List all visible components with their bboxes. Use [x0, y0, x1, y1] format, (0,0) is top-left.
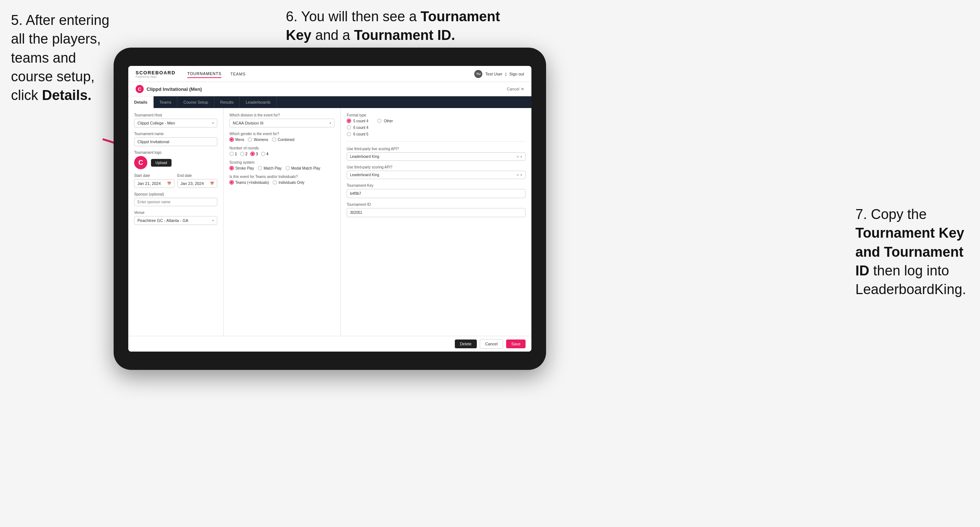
page-title: Clippd Invitational (Men) — [146, 86, 202, 92]
tab-details[interactable]: Details — [128, 96, 154, 108]
date-row: Start date Jan 21, 2024 📅 End date Jan 2… — [134, 174, 217, 188]
rounds-radio-group: 1 2 3 4 — [229, 152, 335, 156]
gender-mens-label: Mens — [235, 138, 244, 142]
left-col: Tournament Host Clippd College - Men ▾ T… — [128, 108, 224, 336]
format-options-container: 5 count 4 6 count 4 6 count 5 — [347, 119, 525, 136]
venue-input[interactable]: Peachtree GC - Atlanta - GA ▾ — [134, 216, 217, 225]
tab-results[interactable]: Results — [215, 96, 240, 108]
teams-plus-individuals[interactable]: Teams (+Individuals) — [229, 180, 269, 184]
scoring-stroke[interactable]: Stroke Play — [229, 166, 254, 170]
cancel-text[interactable]: Cancel — [507, 87, 519, 91]
logo-upload-row: C Upload — [134, 156, 217, 169]
api2-label: Use third-party scoring API? — [347, 165, 525, 169]
radio-medal-icon — [285, 166, 290, 170]
format-group: Format type 5 count 4 6 count 4 — [347, 113, 525, 136]
end-date-value: Jan 23, 2024 — [181, 181, 204, 186]
radio-6count4-icon — [347, 125, 351, 130]
start-date-value: Jan 21, 2024 — [137, 181, 161, 186]
api1-clear-icon[interactable]: ✕ ▾ — [516, 155, 522, 159]
divider-1 — [347, 141, 525, 142]
sign-out-link[interactable]: Sign out — [509, 72, 524, 76]
api1-input[interactable]: Leaderboard King ✕ ▾ — [347, 152, 525, 161]
start-date-group: Start date Jan 21, 2024 📅 — [134, 174, 175, 188]
api2-input[interactable]: Leaderboard King ✕ ▾ — [347, 171, 525, 179]
format-options-left: 5 count 4 6 count 4 6 count 5 — [347, 119, 368, 136]
scoring-match-label: Match Play — [264, 166, 282, 170]
start-date-input[interactable]: Jan 21, 2024 📅 — [134, 179, 175, 188]
format-6count4[interactable]: 6 count 4 — [347, 125, 368, 130]
nav-teams[interactable]: TEAMS — [230, 70, 245, 78]
tournament-key-value: b4f8b7 — [347, 189, 525, 198]
tournament-host-value: Clippd College - Men — [137, 121, 175, 125]
end-date-input[interactable]: Jan 23, 2024 📅 — [177, 179, 218, 188]
api2-clear-icon[interactable]: ✕ ▾ — [516, 173, 522, 177]
tournament-name-input[interactable]: Clippd Invitational — [134, 137, 217, 146]
individuals-only[interactable]: Individuals Only — [273, 180, 305, 184]
scoring-medal-label: Medal Match Play — [291, 166, 320, 170]
page-header-right: Cancel ✕ — [507, 87, 524, 92]
tournament-key-label: Tournament Key — [347, 184, 525, 187]
close-icon[interactable]: ✕ — [521, 87, 524, 92]
delete-button[interactable]: Delete — [455, 340, 477, 348]
radio-mens-icon — [229, 137, 234, 142]
format-options-right: Other — [377, 119, 393, 123]
format-6count5[interactable]: 6 count 5 — [347, 132, 368, 136]
rounds-label: Number of rounds — [229, 146, 335, 150]
division-label: Which division is the event for? — [229, 113, 335, 117]
radio-5count4-icon — [347, 119, 351, 123]
round-3[interactable]: 3 — [250, 152, 258, 156]
format-other-label: Other — [384, 119, 393, 123]
venue-label: Venue — [134, 211, 217, 214]
gender-mens[interactable]: Mens — [229, 137, 244, 142]
radio-round4-icon — [261, 152, 265, 156]
round-1[interactable]: 1 — [229, 152, 237, 156]
middle-col: Which division is the event for? NCAA Di… — [224, 108, 341, 336]
tournament-name-value: Clippd Invitational — [137, 140, 169, 144]
brand-sub: Powered by clippd — [135, 75, 175, 78]
cancel-button[interactable]: Cancel — [480, 339, 503, 349]
api1-value: Leaderboard King — [350, 154, 379, 159]
tournament-logo-label: Tournament logo — [134, 151, 217, 154]
scoring-label: Scoring system — [229, 160, 335, 164]
sponsor-label: Sponsor (optional) — [134, 192, 217, 196]
gender-womens[interactable]: Womens — [248, 137, 268, 142]
end-date-group: End date Jan 23, 2024 📅 — [177, 174, 218, 188]
c-logo: C — [135, 85, 144, 93]
sponsor-group: Sponsor (optional) — [134, 192, 217, 206]
format-other[interactable]: Other — [377, 119, 393, 123]
page-header-left: C Clippd Invitational (Men) — [135, 85, 202, 93]
scoring-medal[interactable]: Medal Match Play — [285, 166, 320, 170]
round-1-label: 1 — [235, 152, 237, 156]
start-date-label: Start date — [134, 174, 175, 178]
tournament-host-label: Tournament Host — [134, 113, 217, 117]
brand: SCOREBOARD Powered by clippd — [135, 70, 175, 78]
tournament-host-input[interactable]: Clippd College - Men ▾ — [134, 119, 217, 127]
scoring-stroke-label: Stroke Play — [235, 166, 254, 170]
round-2[interactable]: 2 — [240, 152, 248, 156]
gender-womens-label: Womens — [254, 138, 268, 142]
radio-round1-icon — [229, 152, 234, 156]
round-4-label: 4 — [266, 152, 269, 156]
nav-tournaments[interactable]: TOURNAMENTS — [187, 70, 222, 78]
radio-teams-icon — [229, 180, 234, 184]
radio-stroke-icon — [229, 166, 234, 170]
tab-teams[interactable]: Teams — [154, 96, 177, 108]
scoring-match[interactable]: Match Play — [258, 166, 282, 170]
format-5count4[interactable]: 5 count 4 — [347, 119, 368, 123]
logo-preview: C — [134, 156, 147, 169]
tab-course-setup[interactable]: Course Setup — [177, 96, 214, 108]
sponsor-input[interactable] — [134, 198, 217, 206]
upload-button[interactable]: Upload — [151, 159, 172, 167]
annotation-left: 5. After entering all the players, teams… — [11, 11, 110, 105]
round-4[interactable]: 4 — [261, 152, 269, 156]
tournament-key-group: Tournament Key b4f8b7 — [347, 184, 525, 198]
radio-round3-icon — [250, 152, 255, 156]
teams-plus-label: Teams (+Individuals) — [235, 181, 269, 184]
tablet-frame: SCOREBOARD Powered by clippd TOURNAMENTS… — [114, 48, 546, 370]
tab-leaderboards[interactable]: Leaderboards — [240, 96, 277, 108]
save-button[interactable]: Save — [506, 340, 525, 348]
division-input[interactable]: NCAA Division III ▾ — [229, 119, 335, 127]
format-5count4-label: 5 count 4 — [353, 119, 368, 123]
gender-combined[interactable]: Combined — [272, 137, 295, 142]
end-date-label: End date — [177, 174, 218, 178]
